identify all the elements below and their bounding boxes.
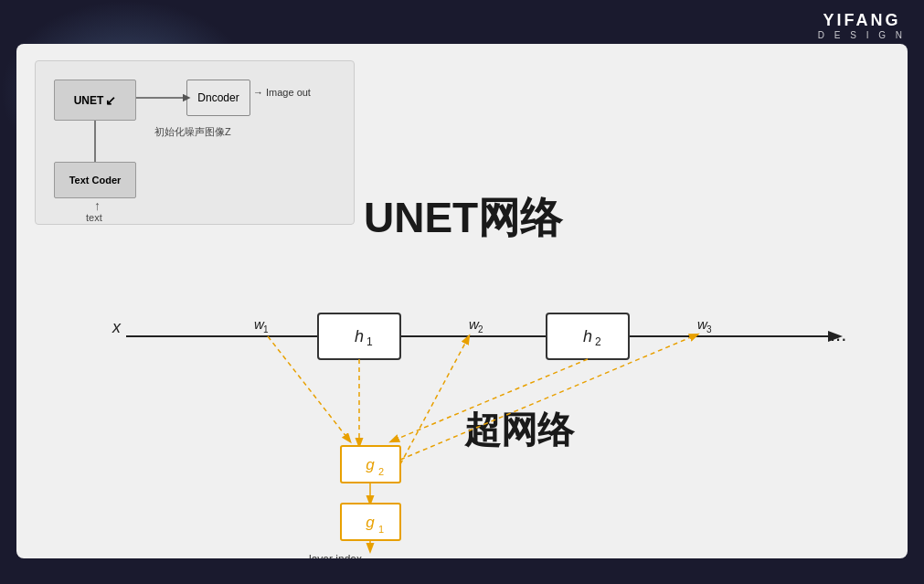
svg-text:1: 1 bbox=[263, 324, 269, 334]
dncoder-label: Dncoder bbox=[197, 91, 239, 104]
architecture-diagram: UNET ↙ Dncoder → Image out 初始化噪声图像Z Text… bbox=[35, 60, 355, 225]
svg-text:g: g bbox=[366, 514, 375, 531]
svg-line-18 bbox=[391, 359, 588, 441]
svg-text:h: h bbox=[583, 327, 592, 345]
unet-network-title: UNET网络 bbox=[364, 190, 562, 247]
brand-subtitle: D E S I G N bbox=[818, 30, 906, 40]
svg-text:h: h bbox=[355, 327, 364, 345]
network-diagram-svg: x h 1 h 2 w 1 w 2 w 3 ... g 2 bbox=[108, 263, 885, 558]
svg-text:2: 2 bbox=[378, 466, 384, 477]
brand-title: YIFANG bbox=[818, 11, 906, 30]
text-up-arrow: ↑ bbox=[94, 198, 101, 213]
noise-label: 初始化噪声图像Z bbox=[154, 125, 231, 139]
main-card: UNET ↙ Dncoder → Image out 初始化噪声图像Z Text… bbox=[16, 44, 908, 558]
unet-box: UNET ↙ bbox=[54, 80, 136, 121]
svg-text:1: 1 bbox=[378, 524, 384, 535]
svg-text:2: 2 bbox=[478, 324, 483, 334]
text-label: text bbox=[86, 212, 102, 223]
dncoder-box: Dncoder bbox=[186, 80, 250, 116]
brand-watermark: YIFANG D E S I G N bbox=[818, 11, 906, 40]
svg-text:2: 2 bbox=[595, 335, 601, 348]
svg-text:...: ... bbox=[830, 323, 846, 345]
svg-text:layer index: layer index bbox=[309, 553, 362, 558]
diagram-inner: UNET ↙ Dncoder → Image out 初始化噪声图像Z Text… bbox=[45, 70, 345, 215]
unet-label: UNET bbox=[74, 94, 104, 107]
arrow-right-icon: → bbox=[253, 87, 263, 98]
text-coder-box: Text Coder bbox=[54, 162, 136, 198]
svg-text:1: 1 bbox=[366, 335, 373, 348]
unet-arrow: ↙ bbox=[105, 93, 116, 108]
svg-text:x: x bbox=[112, 318, 122, 336]
text-coder-label: Text Coder bbox=[69, 175, 122, 186]
image-out-label: → Image out bbox=[253, 87, 311, 98]
svg-text:g: g bbox=[366, 456, 375, 473]
svg-text:3: 3 bbox=[706, 324, 712, 334]
